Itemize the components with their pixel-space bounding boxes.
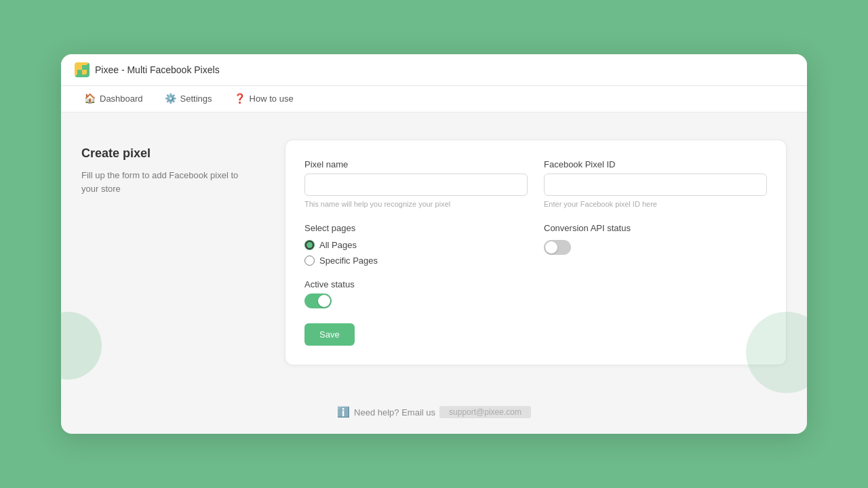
app-logo [75, 62, 90, 77]
form-group-fb-pixel-id: Facebook Pixel ID Enter your Facebook pi… [544, 159, 767, 208]
radio-all-pages-text: All Pages [319, 240, 357, 250]
active-status-slider [304, 293, 332, 308]
nav-label-how-to-use: How to use [250, 94, 294, 104]
radio-group-pages: All Pages Specific Pages [304, 240, 528, 266]
pixel-name-label: Pixel name [304, 159, 528, 169]
fb-pixel-id-label: Facebook Pixel ID [544, 159, 767, 169]
active-status-toggle[interactable] [304, 293, 332, 308]
create-pixel-description: Fill up the form to add Facebook pixel t… [81, 169, 258, 195]
top-bar: Pixee - Multi Facebook Pixels [61, 54, 807, 86]
conversion-api-toggle[interactable] [544, 240, 571, 255]
radio-all-pages-label[interactable]: All Pages [304, 240, 528, 250]
main-content: Create pixel Fill up the form to add Fac… [61, 113, 807, 392]
section-select-pages: Select pages All Pages Specific Pages [304, 223, 528, 266]
svg-rect-1 [82, 65, 87, 70]
svg-rect-2 [77, 70, 82, 75]
form-group-pixel-name: Pixel name This name will help you recog… [304, 159, 528, 208]
nav-label-settings: Settings [180, 94, 212, 104]
left-panel: Create pixel Fill up the form to add Fac… [81, 140, 258, 195]
form-row-pixel: Pixel name This name will help you recog… [304, 159, 767, 208]
home-icon: 🏠 [84, 93, 96, 104]
radio-specific-pages[interactable] [304, 256, 315, 266]
radio-all-pages[interactable] [304, 240, 315, 250]
section-conversion-api: Conversion API status [544, 223, 767, 266]
footer-help-text: Need help? Email us [354, 407, 435, 418]
active-status-section: Active status [304, 279, 767, 308]
section-row-pages-api: Select pages All Pages Specific Pages Co [304, 223, 767, 266]
help-icon: ❓ [234, 93, 245, 104]
conversion-api-label: Conversion API status [544, 223, 767, 233]
conversion-api-slider [544, 240, 571, 255]
app-window: Pixee - Multi Facebook Pixels 🏠 Dashboar… [61, 54, 807, 434]
nav-label-dashboard: Dashboard [100, 94, 143, 104]
form-card: Pixel name This name will help you recog… [285, 140, 787, 365]
app-title: Pixee - Multi Facebook Pixels [95, 64, 220, 75]
pixel-name-input[interactable] [304, 174, 528, 196]
settings-icon: ⚙️ [165, 93, 176, 104]
pixel-name-hint: This name will help you recognize your p… [304, 200, 528, 208]
nav-bar: 🏠 Dashboard ⚙️ Settings ❓ How to use [61, 86, 807, 113]
active-status-label: Active status [304, 279, 767, 289]
footer: ℹ️ Need help? Email us support@pixee.com [61, 392, 807, 432]
nav-item-how-to-use[interactable]: ❓ How to use [224, 86, 303, 112]
radio-specific-pages-text: Specific Pages [319, 256, 378, 266]
nav-item-settings[interactable]: ⚙️ Settings [155, 86, 222, 112]
footer-email: support@pixee.com [439, 406, 531, 418]
nav-item-dashboard[interactable]: 🏠 Dashboard [75, 86, 153, 112]
create-pixel-title: Create pixel [81, 146, 258, 161]
save-button[interactable]: Save [304, 323, 355, 346]
fb-pixel-id-hint: Enter your Facebook pixel ID here [544, 200, 767, 208]
radio-specific-pages-label[interactable]: Specific Pages [304, 256, 528, 266]
fb-pixel-id-input[interactable] [544, 174, 767, 196]
select-pages-label: Select pages [304, 223, 528, 233]
footer-info-icon: ℹ️ [337, 406, 350, 418]
